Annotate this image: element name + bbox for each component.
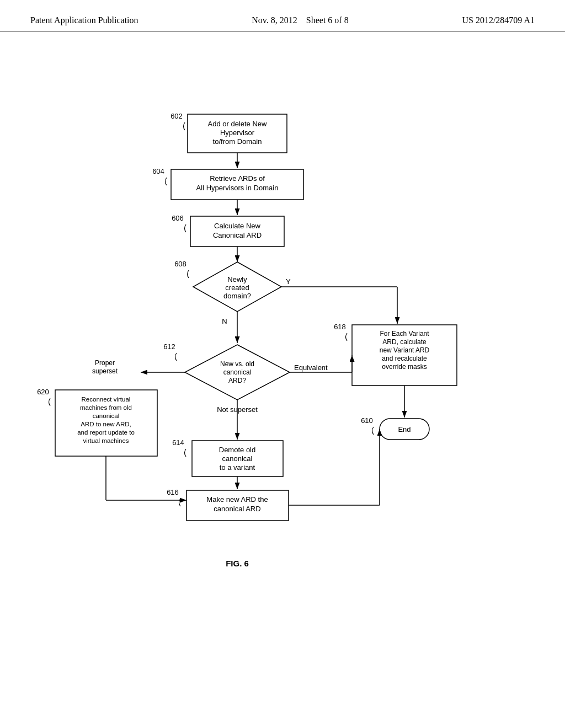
svg-text:canonical: canonical [223, 368, 252, 376]
svg-text:canonical: canonical [222, 454, 253, 463]
svg-text:Make new ARD the: Make new ARD the [206, 495, 268, 504]
page-header: Patent Application Publication Nov. 8, 2… [0, 0, 565, 31]
svg-text:and report update to: and report update to [77, 429, 135, 436]
svg-text:Calculate New: Calculate New [214, 222, 260, 230]
svg-text:FIG. 6: FIG. 6 [226, 559, 249, 568]
svg-text:610: 610 [361, 416, 373, 425]
svg-text:618: 618 [334, 323, 346, 331]
svg-text:Reconnect virtual: Reconnect virtual [82, 396, 131, 403]
svg-text:and recalculate: and recalculate [382, 355, 427, 362]
svg-text:canonical ARD: canonical ARD [214, 505, 260, 513]
svg-text:ARD?: ARD? [228, 377, 246, 384]
header-center: Nov. 8, 2012 Sheet 6 of 8 [252, 15, 348, 25]
header-right: US 2012/284709 A1 [462, 15, 535, 25]
diagram-area: Add or delete New Hypervisor to/from Dom… [0, 31, 565, 721]
svg-text:614: 614 [172, 438, 184, 447]
svg-text:superset: superset [92, 367, 118, 375]
svg-text:602: 602 [170, 112, 183, 120]
svg-text:620: 620 [37, 388, 49, 396]
svg-text:to a variant: to a variant [220, 463, 255, 472]
flowchart-svg: Add or delete New Hypervisor to/from Dom… [0, 31, 565, 721]
svg-text:606: 606 [172, 214, 184, 222]
svg-text:domain?: domain? [223, 292, 251, 300]
svg-text:Proper: Proper [95, 359, 115, 367]
svg-text:Add or delete New: Add or delete New [208, 120, 268, 128]
svg-text:to/from Domain: to/from Domain [213, 137, 262, 146]
svg-text:Y: Y [286, 277, 291, 286]
svg-text:N: N [222, 317, 227, 325]
svg-text:Demote old: Demote old [219, 446, 255, 454]
svg-text:ARD, calculate: ARD, calculate [382, 338, 427, 346]
svg-text:Hypervisor: Hypervisor [220, 129, 255, 137]
svg-text:override masks: override masks [382, 363, 427, 371]
svg-text:created: created [225, 283, 249, 292]
svg-text:virtual machines: virtual machines [83, 437, 129, 444]
svg-text:machines from old: machines from old [80, 404, 132, 411]
svg-text:For Each Variant: For Each Variant [380, 330, 429, 338]
svg-text:Equivalent: Equivalent [294, 363, 328, 372]
svg-text:ARD to new ARD,: ARD to new ARD, [81, 421, 131, 427]
svg-text:604: 604 [152, 167, 164, 175]
svg-text:Newly: Newly [227, 275, 247, 283]
svg-text:Canonical ARD: Canonical ARD [213, 231, 262, 239]
svg-text:608: 608 [174, 260, 186, 268]
svg-text:616: 616 [167, 488, 179, 496]
svg-text:New vs. old: New vs. old [220, 360, 254, 368]
header-left: Patent Application Publication [30, 15, 138, 25]
svg-text:Retrieve ARDs of: Retrieve ARDs of [210, 174, 265, 183]
svg-text:All Hypervisors in Domain: All Hypervisors in Domain [196, 184, 279, 192]
svg-text:canonical: canonical [93, 413, 120, 419]
svg-text:new Variant ARD: new Variant ARD [380, 346, 430, 354]
svg-text:612: 612 [163, 342, 175, 351]
svg-text:End: End [398, 425, 411, 433]
